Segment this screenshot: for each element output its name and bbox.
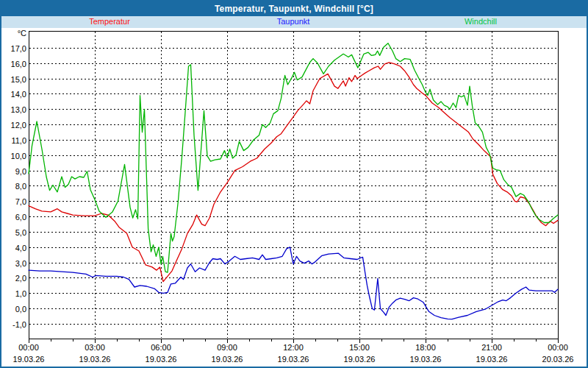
x-tick-label: 03:00 <box>85 343 105 352</box>
y-tick-label: 8,0 <box>15 182 26 191</box>
y-axis-unit-label: °C <box>18 29 26 38</box>
y-tick-label: 0,0 <box>15 305 26 314</box>
x-date-label: 19.03.26 <box>476 355 508 364</box>
y-tick-label: 10,0 <box>11 152 26 160</box>
x-tick-label: 00:00 <box>18 343 39 352</box>
chart-plot: 17,016,015,014,013,012,011,010,09,08,07,… <box>1 1 587 367</box>
y-tick-label: 7,0 <box>15 197 26 206</box>
x-date-label: 19.03.26 <box>344 355 376 364</box>
x-tick-label: 06:00 <box>151 343 171 352</box>
x-date-label: 19.03.26 <box>146 355 177 364</box>
x-tick-label: 18:00 <box>415 343 436 352</box>
y-tick-label: 9,0 <box>15 167 26 176</box>
x-tick-label: 15:00 <box>349 343 370 352</box>
x-tick-label: 09:00 <box>217 343 237 352</box>
y-tick-label: 12,0 <box>11 121 26 130</box>
y-tick-label: 13,0 <box>11 105 26 114</box>
y-tick-label: 16,0 <box>11 60 26 68</box>
x-date-label: 20.03.26 <box>542 355 574 364</box>
y-tick-label: 14,0 <box>11 90 26 99</box>
y-tick-label: 3,0 <box>15 259 26 268</box>
weather-chart-window: Temperatur, Taupunkt, Windchill [°C] Tem… <box>0 0 588 368</box>
y-tick-label: 6,0 <box>15 213 26 222</box>
y-tick-label: 1,0 <box>15 289 26 298</box>
y-tick-label: 11,0 <box>11 136 26 145</box>
x-date-label: 19.03.26 <box>410 355 442 364</box>
plot-border <box>29 32 559 339</box>
x-tick-label: 21:00 <box>481 343 502 352</box>
x-date-label: 19.03.26 <box>212 355 243 364</box>
y-tick-label: 17,0 <box>11 44 26 53</box>
y-tick-label: 2,0 <box>15 274 26 283</box>
x-tick-label: 12:00 <box>283 343 304 352</box>
x-date-label: 19.03.26 <box>13 355 45 364</box>
x-date-label: 19.03.26 <box>79 355 111 364</box>
y-tick-label: 4,0 <box>15 244 26 252</box>
x-date-label: 19.03.26 <box>278 355 309 364</box>
y-tick-label: -1,0 <box>12 320 26 329</box>
x-tick-label: 00:00 <box>548 343 568 352</box>
y-tick-label: 15,0 <box>11 75 26 84</box>
y-tick-label: 5,0 <box>15 228 26 237</box>
